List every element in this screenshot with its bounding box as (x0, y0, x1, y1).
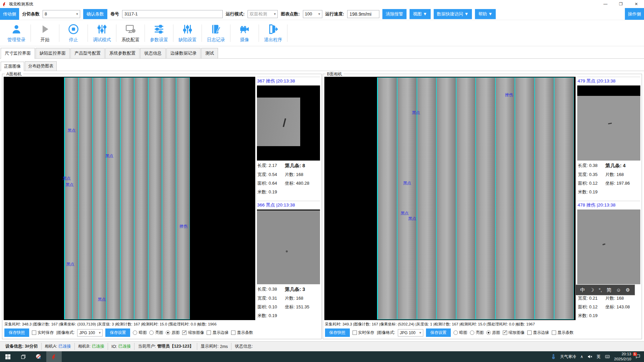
taskbar-app-vision-system[interactable] (46, 351, 62, 362)
view-menu-button[interactable]: 视图 ▼ (410, 9, 430, 19)
defect-coord-field: 坐标: 151.35 (285, 304, 319, 310)
dark-image-radio[interactable]: 暗图 (453, 330, 467, 336)
tab-6[interactable]: 测试 (201, 48, 218, 58)
clear-alarm-button[interactable]: 清除报警 (382, 9, 407, 19)
close-button[interactable]: ✕ (629, 0, 644, 8)
run-mode-label: 运行模式: (226, 11, 245, 17)
task-view-button[interactable] (15, 351, 31, 362)
run-mode-select[interactable]: 双面检测 ▼ (248, 10, 278, 18)
confirm-count-button[interactable]: 确认条数 (83, 9, 107, 19)
save-settings-button[interactable]: 保存设置 (426, 328, 451, 337)
dark-image-radio[interactable]: 暗图 (133, 330, 147, 336)
chart-points-select[interactable]: 100 ▼ (303, 10, 322, 18)
camera-b-controls: 保存快照 实时保存 |图像格式: JPG 100▼ 保存设置 暗图 亮图 原图 … (324, 327, 641, 338)
subtab-1[interactable]: 分布趋势图表 (25, 61, 57, 71)
notification-center-button[interactable]: 6 (635, 354, 641, 360)
tab-3[interactable]: 系统参数配置 (105, 48, 140, 58)
data-quick-access-button[interactable]: 数据快捷访问 ▼ (434, 9, 472, 19)
ime-settings-icon[interactable]: ⚙ (626, 287, 630, 293)
original-image-radio[interactable]: 原图 (486, 330, 500, 336)
defect-coord-field: 坐标: 480.28 (285, 180, 319, 186)
toolbar-button-label: 摄像 (240, 37, 249, 43)
image-format-select[interactable]: JPG 100▼ (398, 329, 423, 337)
camera-b-image: 黑点挫伤黑点黑点黑点 (324, 77, 576, 320)
speaker-muted-icon[interactable] (587, 354, 593, 359)
ime-punctuation-icon[interactable]: °, (599, 287, 602, 293)
zoom-image-checkbox[interactable]: 缩放图像 (503, 330, 525, 336)
toolbar-debug-button[interactable]: 调试模式 (89, 23, 115, 43)
divider (287, 24, 287, 42)
toolbar-play-button[interactable]: 开始 (32, 23, 58, 43)
show-edge-checkbox[interactable]: 显示边缘 (527, 330, 549, 336)
toolbar-user-button[interactable]: 管理登录 (3, 23, 30, 43)
defect-annotation: 黑点 (65, 182, 73, 187)
taskbar-tray: 天气寒冷 ∧ 英 20:13 2025/2/10 6 (551, 352, 644, 362)
help-menu-button[interactable]: 帮助 ▼ (475, 9, 496, 19)
show-edge-checkbox[interactable]: 显示边缘 (207, 330, 228, 336)
defect-info: 长度: 0.38第几条: 4宽度: 0.35片数: 168面积: 0.12坐标:… (577, 161, 640, 196)
defect-annotation: 黑点 (66, 261, 74, 267)
toolbar-button-label: 参数设置 (150, 37, 168, 43)
tray-expand-caret[interactable]: ∧ (580, 354, 583, 359)
toolbar-sysconfig-button[interactable]: 系统配置 (117, 23, 144, 43)
zoom-image-checkbox[interactable]: 缩放图像 (182, 330, 204, 336)
show-strips-checkbox[interactable]: 显示条数 (552, 330, 574, 336)
original-image-radio[interactable]: 原图 (166, 330, 179, 336)
defect-length-field: 长度: 0.38 (258, 286, 285, 293)
ime-fullwidth-icon[interactable]: ☽ (590, 287, 594, 293)
sysconfig-icon (125, 23, 136, 36)
touch-keyboard-icon[interactable] (605, 354, 610, 359)
clock[interactable]: 20:13 2025/2/10 (614, 352, 631, 362)
toolbar-stop-button[interactable]: 停止 (60, 23, 87, 43)
run-speed-label: 运行速度: (325, 11, 344, 17)
chart-points-value: 100 (305, 11, 312, 16)
toolbar-log-button[interactable]: 日志记录 (203, 23, 229, 43)
defect-area-field: 面积: 0.12 (578, 304, 605, 310)
tab-5[interactable]: 边缘数据记录 (166, 48, 201, 58)
image-format-select[interactable]: JPG 100▼ (77, 329, 103, 337)
toolbar-camera-button[interactable]: 摄像 (231, 23, 258, 43)
ime-simplified-icon[interactable]: 简 (606, 287, 611, 293)
ime-lang-icon[interactable]: 中 (580, 287, 585, 293)
save-snapshot-button[interactable]: 保存快照 (325, 328, 350, 337)
run-speed-input[interactable]: 198.9m/mi (347, 10, 379, 18)
defect-time: |20:13:38 (276, 78, 295, 83)
roll-number-input[interactable]: 3117-1 (122, 10, 223, 18)
chart-points-label: 图表点数: (281, 11, 300, 17)
operation-side-button[interactable]: 操作侧 (625, 8, 644, 20)
show-strips-checkbox[interactable]: 显示条数 (231, 330, 253, 336)
weather-text[interactable]: 天气寒冷 (560, 354, 576, 360)
defect-time: |20:13:38 (276, 202, 295, 207)
start-button[interactable] (0, 351, 15, 362)
tab-4[interactable]: 状态信息 (140, 48, 166, 58)
save-snapshot-button[interactable]: 保存快照 (4, 328, 29, 337)
status-info: 状态信息: (231, 343, 256, 350)
save-settings-button[interactable]: 保存设置 (105, 328, 130, 337)
input-language-indicator[interactable]: 英 (597, 354, 601, 360)
taskbar-app-snipping[interactable] (31, 351, 46, 362)
toolbar-exit-button[interactable]: 退出程序 (260, 23, 286, 43)
realtime-save-checkbox[interactable]: 实时保存 (32, 330, 54, 336)
camera-a-status-line: 采集耗时: 348.3 |图像计数: 167 |像素坐标: (333,7139)… (4, 320, 320, 327)
transmission-side-button[interactable]: 传动侧 (0, 8, 19, 20)
tab-2[interactable]: 产品型号配置 (70, 48, 105, 58)
toolbar-params-button[interactable]: 参数设置 (146, 23, 172, 43)
toolbar-defectset-button[interactable]: 缺陷设置 (174, 23, 201, 43)
defect-id: 367 (257, 78, 265, 83)
strip-region (64, 77, 190, 319)
defect-type: 挫伤 (586, 202, 595, 207)
slit-count-select[interactable]: 8 ▼ (43, 10, 80, 18)
tab-0[interactable]: 尺寸监控界面 (1, 48, 35, 59)
defect-area-field: 面积: 0.10 (258, 304, 285, 310)
defect-width-field: 宽度: 0.31 (258, 295, 285, 301)
defect-thumbnail (577, 209, 640, 285)
subtab-0[interactable]: 正面图像 (1, 62, 24, 71)
realtime-save-checkbox[interactable]: 实时保存 (353, 330, 374, 336)
bright-image-radio[interactable]: 亮图 (149, 330, 163, 336)
tab-1[interactable]: 缺陷监控界面 (36, 48, 70, 58)
maximize-button[interactable]: ❐ (613, 0, 629, 8)
defect-meters-field: 米数: 0.19 (578, 189, 605, 195)
ime-emoji-icon[interactable]: ☺ (616, 287, 621, 293)
minimize-button[interactable]: — (598, 0, 613, 8)
bright-image-radio[interactable]: 亮图 (470, 330, 484, 336)
